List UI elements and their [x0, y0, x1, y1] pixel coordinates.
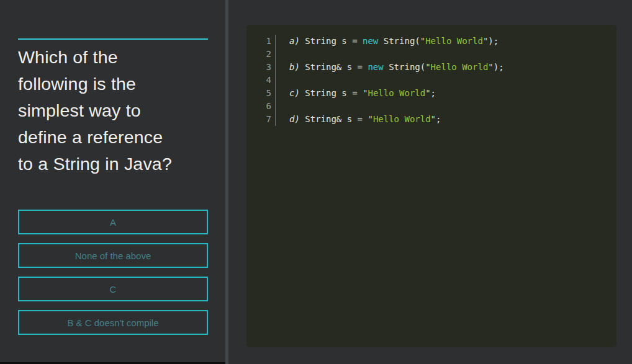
code-editor: 1a) String s = new String("Hello World")… — [246, 25, 616, 347]
code-line: 1a) String s = new String("Hello World")… — [246, 35, 616, 48]
code-line: 2 — [246, 48, 616, 61]
gutter-separator — [275, 113, 276, 126]
gutter-separator — [275, 100, 276, 113]
line-number: 2 — [246, 48, 271, 61]
code-line-text — [289, 74, 294, 87]
answer-button[interactable]: B & C doesn't compile — [18, 310, 208, 335]
code-line: 6 — [246, 100, 616, 113]
line-number: 4 — [246, 74, 271, 87]
question-text: Which of the following is the simplest w… — [18, 44, 214, 177]
line-number: 5 — [246, 87, 271, 100]
line-number: 3 — [246, 61, 271, 74]
accent-divider — [18, 38, 208, 40]
code-line: 3b) String& s = new String("Hello World"… — [246, 61, 616, 74]
answer-button[interactable]: C — [18, 277, 208, 301]
gutter-separator — [275, 35, 276, 48]
code-line-text: c) String s = "Hello World"; — [289, 87, 436, 100]
code-line: 7d) String& s = "Hello World"; — [246, 113, 616, 126]
question-panel: Which of the following is the simplest w… — [0, 0, 225, 364]
answer-button[interactable]: None of the above — [18, 243, 208, 268]
answer-button[interactable]: A — [18, 210, 208, 234]
code-line-text — [289, 100, 294, 113]
code-line: 4 — [246, 74, 616, 87]
answer-list: ANone of the aboveCB & C doesn't compile — [18, 210, 208, 344]
gutter-separator — [275, 61, 276, 74]
code-line-text: a) String s = new String("Hello World"); — [289, 35, 499, 48]
code-line-text — [289, 48, 294, 61]
line-number: 7 — [246, 113, 271, 126]
gutter-separator — [275, 48, 276, 61]
code-panel: 1a) String s = new String("Hello World")… — [228, 0, 632, 364]
line-number: 6 — [246, 100, 271, 113]
gutter-separator — [275, 74, 276, 87]
code-line: 5c) String s = "Hello World"; — [246, 87, 616, 100]
code-line-text: b) String& s = new String("Hello World")… — [289, 61, 504, 74]
code-line-text: d) String& s = "Hello World"; — [289, 113, 441, 126]
line-number: 1 — [246, 35, 271, 48]
gutter-separator — [275, 87, 276, 100]
